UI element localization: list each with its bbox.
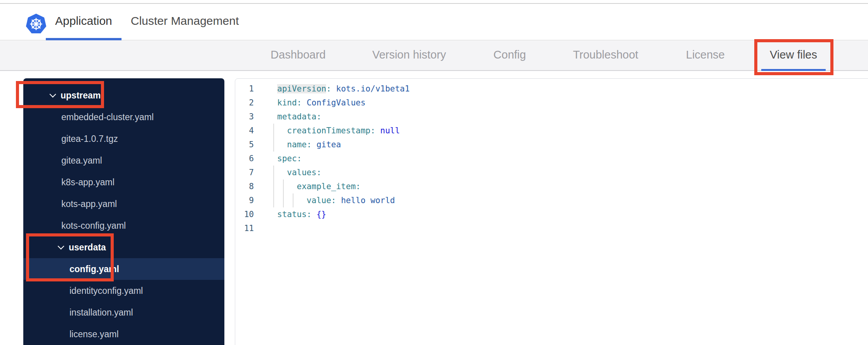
line-number: 10 xyxy=(235,207,254,221)
tree-item-label: kots-config.yaml xyxy=(61,221,126,231)
file-item-k8s-app.yaml[interactable]: k8s-app.yaml xyxy=(23,171,224,193)
kubernetes-logo-icon xyxy=(24,13,48,35)
code-line: 11 xyxy=(235,221,868,235)
header-tab-bar: Application Cluster Management xyxy=(46,4,248,40)
tree-item-label: installation.yaml xyxy=(69,307,133,318)
code-line: 1apiVersion: kots.io/v1beta1 xyxy=(235,82,868,96)
tree-item-label: license.yaml xyxy=(69,329,119,340)
tree-item-label: gitea.yaml xyxy=(61,155,102,166)
code-text: metadata: xyxy=(277,110,321,124)
code-line: 10status: {} xyxy=(235,207,868,221)
file-item-installation.yaml[interactable]: installation.yaml xyxy=(23,302,224,323)
indent-guide xyxy=(273,166,274,207)
code-text: name: gitea xyxy=(277,138,341,152)
tree-item-label: k8s-app.yaml xyxy=(61,177,115,188)
line-number: 9 xyxy=(235,193,254,207)
nav-tab-license[interactable]: License xyxy=(677,40,733,71)
code-line: 5 name: gitea xyxy=(235,138,868,152)
annotation-box-view-files xyxy=(754,39,833,75)
line-number: 5 xyxy=(235,138,254,152)
tree-item-label: embedded-cluster.yaml xyxy=(61,112,154,122)
nav-tab-config[interactable]: Config xyxy=(485,40,535,71)
nav-tab-version-history[interactable]: Version history xyxy=(364,40,455,71)
file-item-gitea.yaml[interactable]: gitea.yaml xyxy=(23,150,224,171)
line-number: 8 xyxy=(235,179,254,193)
line-number: 1 xyxy=(235,82,254,96)
line-number: 6 xyxy=(235,152,254,166)
app-header: Application Cluster Management xyxy=(0,4,868,40)
file-item-license.yaml[interactable]: license.yaml xyxy=(23,323,224,345)
code-text: spec: xyxy=(277,152,302,166)
code-text: status: {} xyxy=(277,207,326,221)
app-subnav: Dashboard Version history Config Trouble… xyxy=(0,40,868,71)
file-item-gitea-1.0.7.tgz[interactable]: gitea-1.0.7.tgz xyxy=(23,128,224,150)
code-line: 8 example_item: xyxy=(235,179,868,193)
file-item-kots-app.yaml[interactable]: kots-app.yaml xyxy=(23,193,224,215)
indent-guide xyxy=(283,179,284,207)
tree-item-label: gitea-1.0.7.tgz xyxy=(61,134,118,144)
tree-item-label: identityconfig.yaml xyxy=(69,286,143,296)
code-text: kind: ConfigValues xyxy=(277,96,366,110)
nav-tab-troubleshoot[interactable]: Troubleshoot xyxy=(564,40,647,71)
code-text: values: xyxy=(277,166,321,179)
kots-admin-console: Application Cluster Management Dashboard… xyxy=(0,0,868,345)
code-editor[interactable]: 1apiVersion: kots.io/v1beta12kind: Confi… xyxy=(235,78,868,345)
code-text: creationTimestamp: null xyxy=(277,124,400,138)
code-line: 2kind: ConfigValues xyxy=(235,96,868,110)
code-line: 6spec: xyxy=(235,152,868,166)
code-text: apiVersion: kots.io/v1beta1 xyxy=(277,82,410,96)
header-tab-application[interactable]: Application xyxy=(46,4,122,40)
line-number: 11 xyxy=(235,221,254,235)
code-lines: 1apiVersion: kots.io/v1beta12kind: Confi… xyxy=(235,82,868,235)
annotation-box-upstream xyxy=(16,81,104,108)
code-text: value: hello world xyxy=(277,193,395,207)
code-line: 9 value: hello world xyxy=(235,193,868,207)
tree-item-label: kots-app.yaml xyxy=(61,199,117,209)
file-item-embedded-cluster.yaml[interactable]: embedded-cluster.yaml xyxy=(23,106,224,128)
code-line: 7 values: xyxy=(235,166,868,179)
indent-guide xyxy=(293,193,293,207)
header-tab-cluster-management[interactable]: Cluster Management xyxy=(122,4,248,40)
nav-tab-dashboard[interactable]: Dashboard xyxy=(262,40,334,71)
line-number: 7 xyxy=(235,166,254,179)
code-text: example_item: xyxy=(277,179,361,193)
line-number: 3 xyxy=(235,110,254,124)
file-tree: upstreamembedded-cluster.yamlgitea-1.0.7… xyxy=(23,78,224,345)
code-line: 3metadata: xyxy=(235,110,868,124)
annotation-box-userdata-config xyxy=(26,233,114,281)
line-number: 2 xyxy=(235,96,254,110)
indent-guide xyxy=(273,124,274,152)
line-number: 4 xyxy=(235,124,254,138)
file-item-identityconfig.yaml[interactable]: identityconfig.yaml xyxy=(23,280,224,302)
code-line: 4 creationTimestamp: null xyxy=(235,124,868,138)
